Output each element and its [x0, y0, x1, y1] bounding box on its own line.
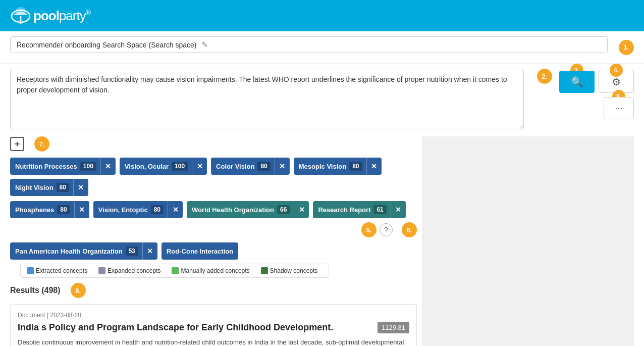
- tag-phosphenes[interactable]: Phosphenes 80 ✕: [10, 201, 89, 218]
- tag-close-mesopic-vision[interactable]: ✕: [366, 158, 382, 175]
- badge-4: 4.: [610, 64, 623, 77]
- legend: Extracted concepts Expanded concepts Man…: [20, 264, 329, 278]
- badge-7: 7.: [34, 136, 49, 152]
- tag-close-nutrition[interactable]: ✕: [100, 158, 116, 175]
- result-score: 1129.81: [378, 322, 409, 333]
- content-wrapper: + 7. Nutrition Processes 100 ✕ Vision, O…: [0, 136, 644, 346]
- badge-1: 1.: [619, 40, 634, 55]
- badge-5: 5.: [361, 222, 377, 237]
- tag-close-research-report[interactable]: ✕: [391, 201, 406, 218]
- right-sidebar: [422, 136, 634, 346]
- more-icon: ···: [615, 103, 622, 114]
- logo-icon: [10, 5, 31, 26]
- results-section: Results (498) 8. Document | 2023-08-20 I…: [10, 278, 417, 346]
- tag-close-paho[interactable]: ✕: [142, 242, 157, 260]
- results-count: Results (498): [10, 286, 61, 295]
- tag-night-vision[interactable]: Night Vision 80 ✕: [10, 179, 88, 196]
- right-btn-group: 3. 🔍 4. ⚙ 9. ···: [559, 69, 634, 119]
- textarea-wrapper: Receptors with diminished functionality …: [10, 69, 524, 131]
- top-bar: Recommender onboarding Search Space (Sea…: [0, 31, 644, 64]
- legend-dot-manual: [172, 267, 179, 274]
- legend-label-extracted: Extracted concepts: [36, 267, 87, 274]
- tag-color-vision[interactable]: Color Vision 80 ✕: [211, 158, 290, 175]
- tag-close-who[interactable]: ✕: [294, 201, 309, 218]
- tag-close-vision-entoptic[interactable]: ✕: [168, 201, 183, 218]
- legend-label-shadow: Shadow concepts: [270, 267, 318, 274]
- tag-rod-cone[interactable]: Rod-Cone Interaction: [162, 242, 238, 260]
- tag-close-night-vision[interactable]: ✕: [73, 179, 88, 196]
- search-button[interactable]: 🔍: [559, 71, 595, 93]
- logo-text: poolparty®: [33, 8, 90, 24]
- result-card: Document | 2023-08-20 India s Policy and…: [10, 304, 417, 346]
- legend-shadow: Shadow concepts: [261, 267, 318, 274]
- legend-label-expanded: Expanded concepts: [108, 267, 160, 274]
- add-row: + 7.: [10, 136, 417, 152]
- results-header: Results (498) 8.: [10, 283, 417, 298]
- tags-row-2: Phosphenes 80 ✕ Vision, Entoptic 80 ✕ Wo…: [10, 201, 417, 237]
- legend-expanded: Expanded concepts: [98, 267, 160, 274]
- middle-row: Receptors with diminished functionality …: [0, 64, 644, 136]
- btn-row-top: 3. 🔍 4. ⚙: [559, 71, 634, 93]
- legend-dot-extracted: [27, 267, 34, 274]
- badge-2: 2.: [537, 69, 552, 84]
- header: poolparty®: [0, 0, 644, 31]
- tags-row-3-legend: Pan American Health Organization 53 ✕ Ro…: [10, 242, 417, 278]
- search-space-row: Recommender onboarding Search Space (Sea…: [10, 36, 634, 58]
- badge-8: 8.: [71, 283, 86, 298]
- edit-icon[interactable]: ✎: [201, 40, 208, 50]
- tag-who[interactable]: World Health Organization 66 ✕: [187, 201, 309, 218]
- add-button[interactable]: +: [10, 137, 24, 151]
- result-title-row: India s Policy and Program Landscape for…: [18, 322, 409, 337]
- result-description: Despite continuous improvement in health…: [18, 337, 409, 346]
- search-icon: 🔍: [571, 76, 583, 88]
- tag-paho[interactable]: Pan American Health Organization 53 ✕: [10, 242, 157, 260]
- tag-close-color-vision[interactable]: ✕: [275, 158, 290, 175]
- gear-icon: ⚙: [612, 76, 621, 88]
- btn-row-bottom: 9. ···: [559, 97, 634, 119]
- question-icon: ?: [384, 226, 388, 234]
- more-button[interactable]: ···: [604, 97, 634, 119]
- tag-mesopic-vision[interactable]: Mesopic Vision 80 ✕: [294, 158, 382, 175]
- add-icon: +: [15, 139, 20, 150]
- result-title[interactable]: India s Policy and Program Landscape for…: [18, 322, 372, 333]
- help-button[interactable]: ?: [380, 223, 393, 236]
- legend-manual: Manually added concepts: [172, 267, 249, 274]
- tag-close-phosphenes[interactable]: ✕: [74, 201, 89, 218]
- tag-vision-ocular[interactable]: Vision, Ocular 100 ✕: [120, 158, 207, 175]
- tag-vision-entoptic[interactable]: Vision, Entoptic 80 ✕: [93, 201, 183, 218]
- legend-dot-shadow: [261, 267, 268, 274]
- search-space-bar[interactable]: Recommender onboarding Search Space (Sea…: [10, 36, 608, 53]
- legend-dot-expanded: [98, 267, 105, 274]
- main-textarea[interactable]: Receptors with diminished functionality …: [10, 69, 524, 129]
- result-meta: Document | 2023-08-20: [18, 312, 409, 319]
- search-space-label: Recommender onboarding Search Space (Sea…: [17, 41, 196, 49]
- main-content: + 7. Nutrition Processes 100 ✕ Vision, O…: [10, 136, 422, 346]
- legend-extracted: Extracted concepts: [27, 267, 87, 274]
- tags-row-1: Nutrition Processes 100 ✕ Vision, Ocular…: [10, 158, 417, 196]
- tag-nutrition-processes[interactable]: Nutrition Processes 100 ✕: [10, 158, 116, 175]
- tag-close-vision-ocular[interactable]: ✕: [192, 158, 207, 175]
- legend-label-manual: Manually added concepts: [181, 267, 249, 274]
- tag-research-report[interactable]: Research Report 61 ✕: [313, 201, 405, 218]
- badge-6: 6.: [402, 222, 417, 237]
